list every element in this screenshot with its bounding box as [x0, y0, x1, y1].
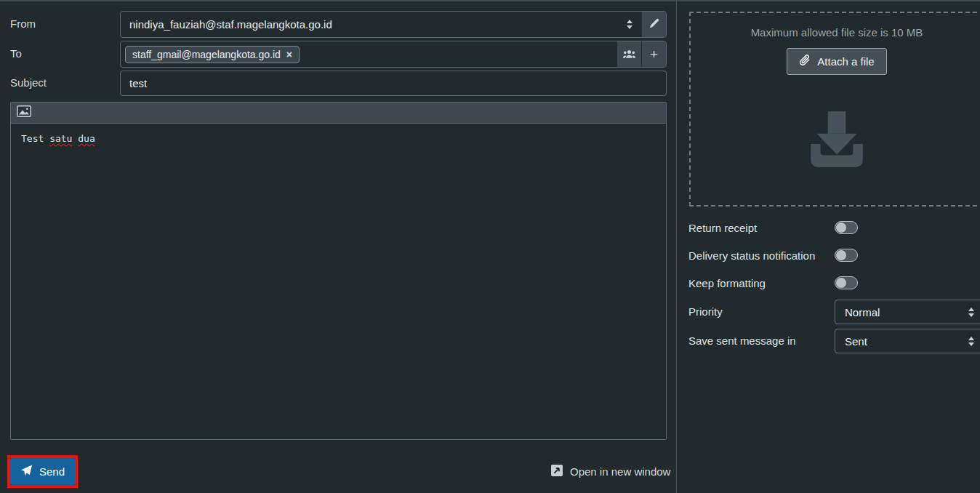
open-in-new-window-link[interactable]: Open in new window: [550, 464, 670, 479]
subject-input[interactable]: [120, 71, 667, 96]
save-sent-value: Sent: [845, 335, 867, 348]
from-select-value: nindiya_fauziah@staf.magelangkota.go.id: [129, 18, 332, 31]
attachment-dropzone[interactable]: Maximum allowed file size is 10 MB Attac…: [689, 12, 980, 207]
keep-formatting-label: Keep formatting: [688, 277, 766, 289]
remove-recipient-icon[interactable]: ×: [286, 49, 292, 60]
from-select[interactable]: nindiya_fauziah@staf.magelangkota.go.id: [121, 12, 641, 37]
body-text-misspelled: satu: [49, 133, 72, 144]
insert-image-button[interactable]: [17, 105, 31, 120]
chevron-updown-icon: [627, 20, 632, 29]
from-group: nindiya_fauziah@staf.magelangkota.go.id: [120, 11, 667, 38]
paper-plane-icon: [20, 465, 33, 478]
add-recipient-button[interactable]: +: [641, 41, 666, 67]
to-input[interactable]: staff_gmail@magelangkota.go.id ×: [121, 41, 616, 67]
keep-formatting-toggle[interactable]: [835, 276, 858, 289]
plus-icon: +: [650, 47, 658, 63]
attach-file-label: Attach a file: [817, 55, 874, 68]
to-label: To: [10, 47, 22, 60]
people-icon: [622, 47, 636, 63]
priority-label: Priority: [688, 305, 723, 318]
to-group: staff_gmail@magelangkota.go.id × +: [120, 41, 667, 68]
max-file-size-note: Maximum allowed file size is 10 MB: [751, 26, 923, 39]
send-button[interactable]: Send: [10, 458, 75, 485]
body-text-misspelled: dua: [78, 133, 95, 144]
recipient-chip[interactable]: staff_gmail@magelangkota.go.id ×: [125, 46, 300, 63]
priority-select[interactable]: Normal: [835, 300, 980, 324]
compose-window: From To Subject nindiya_fauziah@staf.mag…: [0, 0, 980, 493]
edit-identity-button[interactable]: [641, 12, 666, 37]
attach-file-button[interactable]: Attach a file: [787, 48, 886, 75]
image-icon: [17, 105, 31, 120]
delivery-status-toggle[interactable]: [835, 249, 858, 262]
send-button-highlight: Send: [7, 455, 78, 488]
message-editor: Test satu dua: [10, 102, 667, 440]
panel-divider: [676, 1, 677, 493]
chevron-updown-icon: [968, 308, 974, 317]
editor-toolbar: [11, 103, 666, 124]
body-text: Test: [21, 133, 44, 144]
save-sent-select[interactable]: Sent: [835, 329, 980, 353]
subject-label: Subject: [10, 76, 47, 89]
return-receipt-label: Return receipt: [688, 222, 757, 234]
message-body-textarea[interactable]: Test satu dua: [11, 124, 666, 439]
download-tray-icon: [803, 108, 870, 177]
send-button-label: Send: [39, 465, 65, 478]
external-link-icon: [550, 464, 563, 479]
open-in-new-window-label: Open in new window: [570, 465, 670, 478]
contacts-button[interactable]: [616, 41, 641, 67]
chevron-updown-icon: [968, 337, 974, 346]
delivery-status-label: Delivery status notification: [688, 249, 815, 262]
pencil-icon: [648, 17, 659, 33]
priority-value: Normal: [845, 306, 880, 318]
save-sent-label: Save sent message in: [688, 334, 796, 347]
return-receipt-toggle[interactable]: [835, 221, 858, 234]
recipient-chip-text: staff_gmail@magelangkota.go.id: [132, 49, 281, 60]
from-label: From: [10, 17, 36, 30]
paperclip-icon: [799, 55, 811, 68]
